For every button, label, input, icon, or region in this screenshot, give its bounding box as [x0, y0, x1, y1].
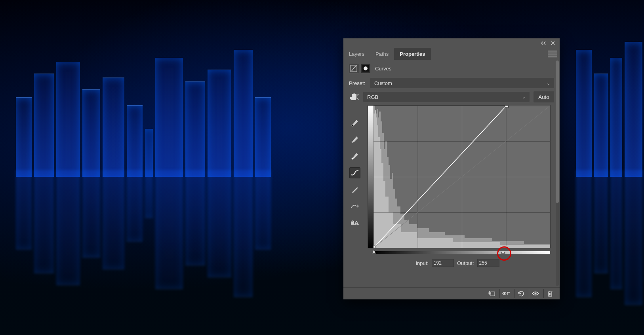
svg-point-4	[352, 141, 353, 143]
preset-label: Preset:	[349, 80, 367, 86]
panel-footer	[343, 287, 560, 299]
clip-to-layer-icon[interactable]	[485, 289, 498, 298]
adjustment-header: Curves	[343, 60, 560, 76]
output-gradient-ramp	[368, 106, 373, 248]
svg-line-8	[373, 106, 550, 248]
svg-point-2	[364, 66, 368, 70]
tab-paths[interactable]: Paths	[370, 48, 394, 60]
visibility-icon[interactable]	[529, 289, 542, 298]
close-icon[interactable]	[550, 40, 556, 46]
curve-point-tool-icon[interactable]	[349, 167, 360, 178]
scrollbar-thumb[interactable]	[556, 61, 559, 203]
view-previous-icon[interactable]	[499, 289, 513, 298]
output-value-field[interactable]	[477, 259, 499, 267]
auto-button[interactable]: Auto	[533, 91, 554, 102]
svg-rect-11	[373, 245, 375, 248]
trash-icon[interactable]	[543, 289, 556, 298]
tone-curve[interactable]	[373, 106, 550, 248]
input-value-field[interactable]	[432, 259, 454, 267]
chevron-down-icon: ⌄	[522, 95, 526, 100]
svg-rect-6	[356, 222, 357, 223]
panel-tabs: Layers Paths Properties	[343, 48, 560, 60]
shadow-input-slider[interactable]	[371, 249, 376, 254]
svg-rect-16	[549, 292, 552, 296]
on-image-adjust-icon[interactable]	[349, 93, 359, 101]
preset-value: Custom	[374, 80, 392, 86]
svg-point-14	[504, 293, 505, 294]
smooth-curve-icon[interactable]	[349, 201, 360, 212]
highlight-input-slider[interactable]	[500, 249, 505, 254]
adjustment-label: Curves	[375, 66, 391, 72]
white-point-dropper-icon[interactable]	[349, 151, 360, 162]
panel-title-bar	[343, 38, 560, 48]
svg-point-5	[352, 158, 353, 159]
collapse-icon[interactable]	[541, 40, 546, 46]
channel-select[interactable]: RGB ⌄	[363, 92, 530, 102]
curves-adjustment-icon[interactable]	[349, 64, 358, 73]
properties-panel: Layers Paths Properties Curves Preset:	[343, 38, 560, 299]
preset-select[interactable]: Custom ⌄	[370, 78, 554, 88]
svg-point-15	[535, 293, 537, 295]
tab-layers[interactable]: Layers	[343, 48, 370, 60]
svg-rect-12	[505, 106, 508, 108]
svg-point-3	[352, 125, 353, 126]
input-label: Input:	[415, 260, 429, 266]
chevron-down-icon: ⌄	[547, 81, 550, 86]
clipping-warning-icon[interactable]	[349, 217, 360, 228]
flyout-menu-icon[interactable]	[548, 49, 557, 59]
svg-line-9	[373, 106, 507, 248]
channel-value: RGB	[367, 94, 378, 100]
reset-icon[interactable]	[514, 289, 527, 298]
svg-rect-7	[356, 224, 357, 225]
svg-rect-13	[491, 292, 495, 296]
black-point-dropper-icon[interactable]	[349, 117, 360, 129]
output-label: Output:	[457, 260, 474, 266]
input-gradient-ramp	[373, 251, 550, 254]
draw-curve-pencil-icon[interactable]	[349, 184, 360, 195]
layer-mask-icon[interactable]	[361, 64, 370, 73]
panel-scrollbar[interactable]	[556, 61, 559, 286]
gray-point-dropper-icon[interactable]	[349, 134, 360, 145]
tab-properties[interactable]: Properties	[394, 48, 431, 60]
curve-chart[interactable]	[368, 106, 550, 248]
